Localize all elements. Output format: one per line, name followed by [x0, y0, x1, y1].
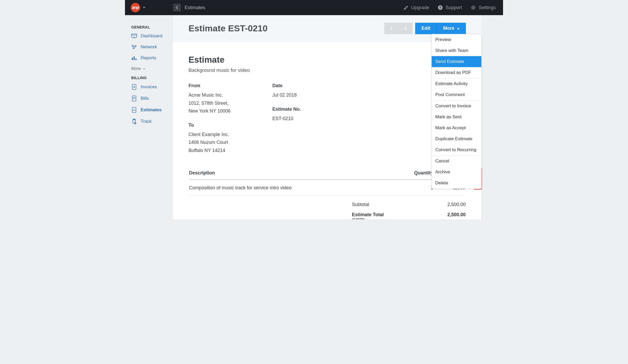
- svg-rect-15: [135, 58, 136, 60]
- invoices-icon: [131, 84, 137, 90]
- doc-heading: Estimate: [189, 55, 466, 65]
- date-value: Jul 02 2018: [272, 91, 301, 99]
- chevron-right-icon: [404, 26, 407, 31]
- org-switcher-chevron-icon[interactable]: [143, 7, 145, 8]
- chevron-down-icon: [143, 68, 145, 69]
- col-description: Description: [189, 170, 386, 180]
- date-label: Date: [272, 83, 301, 89]
- sidebar-item-dashboard[interactable]: Dashboard: [131, 33, 173, 39]
- from-addr2: New York NY 10006: [189, 107, 231, 115]
- next-estimate-button[interactable]: [398, 23, 413, 34]
- menu-comment[interactable]: Post Comment: [432, 89, 481, 100]
- svg-rect-3: [132, 34, 137, 37]
- menu-activity[interactable]: Estimate Activity: [432, 78, 481, 89]
- upgrade-link[interactable]: Upgrade: [403, 5, 429, 10]
- breadcrumb[interactable]: Estimates: [185, 5, 205, 10]
- menu-share[interactable]: Share with Team: [432, 45, 481, 56]
- more-menu: Preview Share with Team Send Estimate Do…: [431, 34, 482, 189]
- svg-point-2: [472, 7, 474, 9]
- svg-line-12: [134, 46, 135, 48]
- to-addr1: 1406 Nuzum Court: [189, 138, 231, 146]
- sidebar-heading-general: GENERAL: [131, 25, 173, 29]
- cell-description: Composition of music track for service i…: [189, 180, 386, 196]
- menu-mark-sent[interactable]: Mark as Sent: [432, 111, 481, 122]
- sidebar-item-bills[interactable]: Bills: [131, 96, 173, 101]
- estno-value: EST-0210: [272, 115, 301, 123]
- sidebar-more[interactable]: More: [131, 66, 173, 71]
- svg-line-11: [133, 46, 133, 48]
- sidebar-item-track[interactable]: Track: [131, 119, 173, 124]
- chevron-up-icon: [457, 28, 460, 29]
- sidebar-item-reports[interactable]: Reports: [131, 55, 173, 61]
- estno-label: Estimate No.: [272, 107, 301, 112]
- from-label: From: [189, 83, 231, 89]
- from-addr1: 1012, 578th Street,: [189, 99, 231, 107]
- subtotal-value: 2,500.00: [437, 202, 466, 207]
- help-icon: ?: [438, 5, 443, 10]
- svg-rect-13: [132, 58, 133, 60]
- sidebar-item-network[interactable]: Network: [131, 44, 173, 50]
- bills-icon: [131, 96, 137, 101]
- page-title: Estimate EST-0210: [189, 23, 267, 33]
- reports-icon: [131, 56, 137, 60]
- total-label: Estimate Total (USD): [189, 212, 385, 219]
- back-button[interactable]: [173, 4, 181, 11]
- sidebar-heading-billing: BILLING: [131, 76, 173, 80]
- menu-mark-accept[interactable]: Mark as Accept: [432, 122, 481, 133]
- gear-icon: [470, 5, 476, 10]
- menu-recurring[interactable]: Convert to Recurring: [432, 144, 481, 155]
- sidebar-item-invoices[interactable]: Invoices: [131, 84, 173, 90]
- svg-text:?: ?: [439, 6, 441, 10]
- more-button[interactable]: More: [437, 23, 466, 34]
- menu-preview[interactable]: Preview: [432, 34, 481, 45]
- support-link[interactable]: ? Support: [438, 5, 462, 10]
- sidebar: GENERAL Dashboard Network Reports More B…: [125, 15, 173, 219]
- menu-cancel[interactable]: Cancel: [432, 156, 481, 167]
- topbar: anp Estimates Upgrade ? Support Settings: [125, 0, 503, 15]
- menu-archive[interactable]: Archive: [432, 167, 481, 178]
- settings-link[interactable]: Settings: [470, 5, 496, 10]
- col-quantity: Quantity: [386, 170, 433, 180]
- track-icon: [131, 119, 137, 124]
- sidebar-item-estimates[interactable]: Estimates: [131, 107, 173, 113]
- edit-button[interactable]: Edit: [415, 23, 437, 34]
- from-name: Acme Music Inc.: [189, 91, 231, 99]
- total-value: 2,500.00: [437, 212, 466, 219]
- cell-quantity: 1: [386, 180, 433, 196]
- chevron-left-icon: [176, 6, 178, 9]
- menu-pdf[interactable]: Download as PDF: [432, 67, 481, 78]
- estimates-icon: [131, 107, 137, 113]
- menu-delete[interactable]: Delete: [432, 178, 481, 189]
- menu-send[interactable]: Send Estimate: [432, 56, 481, 67]
- table-row: Composition of music track for service i…: [189, 180, 465, 196]
- menu-to-invoice[interactable]: Convert to Invoice: [432, 101, 481, 111]
- app-logo[interactable]: anp: [131, 3, 140, 12]
- to-addr2: Buffalo NY 14214: [189, 146, 231, 155]
- prev-estimate-button[interactable]: [384, 23, 398, 34]
- dashboard-icon: [131, 34, 137, 38]
- svg-line-10: [133, 46, 135, 46]
- svg-rect-14: [134, 56, 135, 60]
- chevron-left-icon: [390, 26, 393, 31]
- menu-duplicate[interactable]: Duplicate Estimate: [432, 133, 481, 144]
- to-name: Client Example Inc.: [189, 131, 231, 139]
- rocket-icon: [403, 5, 409, 10]
- line-items-table: Description Quantity R Composition of mu…: [189, 170, 466, 196]
- to-label: To: [189, 122, 231, 128]
- doc-subtitle: Background music for video: [189, 67, 466, 73]
- subtotal-label: Subtotal: [189, 202, 385, 207]
- svg-point-8: [135, 45, 136, 46]
- network-icon: [131, 45, 137, 49]
